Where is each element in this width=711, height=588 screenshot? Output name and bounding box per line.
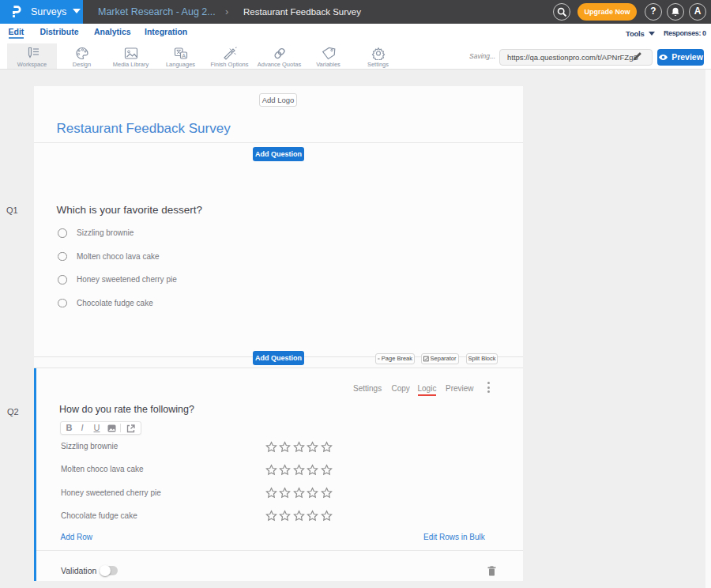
svg-text:A: A [182,53,186,58]
